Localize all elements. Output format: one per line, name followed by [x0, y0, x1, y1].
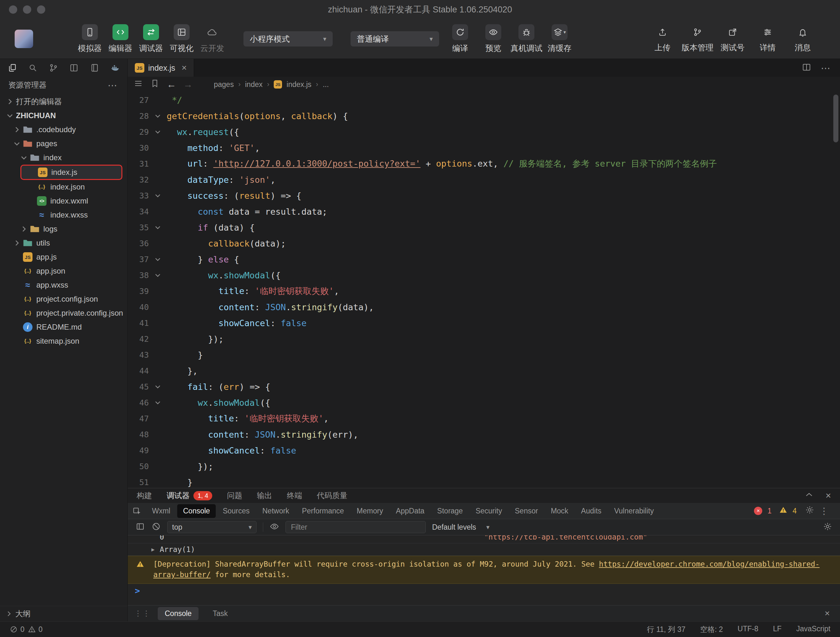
tree-item-project-private-config-json[interactable]: {..}project.private.config.json [0, 306, 128, 320]
code-line-35[interactable]: 35 if (data) { [128, 219, 840, 235]
explorer-more-actions-button[interactable]: ⋯ [108, 80, 118, 91]
mode-dropdown[interactable]: 小程序模式 ▾ [243, 31, 333, 46]
console-prompt[interactable]: > [128, 584, 840, 597]
devtools-tab-sources[interactable]: Sources [217, 504, 255, 518]
forward-button[interactable]: → [183, 80, 193, 89]
collapse-panel-button[interactable] [804, 490, 814, 501]
editor-more-button[interactable]: ⋯ [821, 62, 831, 74]
tree-item-index-json[interactable]: {..}index.json [0, 180, 128, 194]
code-line-46[interactable]: 46 wx.showModal({ [128, 395, 840, 410]
breadcrumb-ellipsis[interactable]: ... [323, 80, 329, 89]
drag-handle-icon[interactable]: ⋮⋮ [134, 609, 151, 618]
status-encoding[interactable]: UTF-8 [738, 624, 758, 634]
fold-icon[interactable] [149, 224, 167, 231]
fold-icon[interactable] [149, 112, 167, 120]
split-editor-button[interactable] [802, 62, 811, 73]
visualization-button[interactable]: 可视化 [166, 24, 197, 54]
fold-icon[interactable] [149, 383, 167, 391]
tree-item-index-wxml[interactable]: <>index.wxml [0, 194, 128, 208]
back-button[interactable]: ← [167, 80, 176, 89]
messages-button[interactable]: 消息 [786, 25, 819, 53]
devtools-tab-memory[interactable]: Memory [351, 504, 389, 518]
panel-tab-代码质量[interactable]: 代码质量 [317, 490, 347, 501]
code-line-34[interactable]: 34 const data = result.data; [128, 203, 840, 219]
close-console-button[interactable]: × [825, 609, 830, 618]
tree-item-app-js[interactable]: JSapp.js [0, 250, 128, 264]
fold-icon[interactable] [149, 399, 167, 407]
devtools-tab-network[interactable]: Network [257, 504, 295, 518]
status-warnings[interactable]: 0 [28, 625, 43, 634]
fold-icon[interactable] [149, 255, 167, 263]
tab-index-js[interactable]: JS index.js × [128, 59, 194, 77]
live-expression-button[interactable] [270, 522, 279, 533]
code-line-27[interactable]: 27 */ [128, 92, 840, 108]
devtools-tab-console[interactable]: Console [177, 504, 215, 518]
code-line-40[interactable]: 40 content: JSON.stringify(data), [128, 299, 840, 315]
panel-tab-问题[interactable]: 问题 [227, 490, 242, 501]
devtools-tab-performance[interactable]: Performance [296, 504, 350, 518]
tree-item-app-wxss[interactable]: ≈app.wxss [0, 278, 128, 292]
user-avatar[interactable] [15, 30, 33, 48]
tree-item-pages[interactable]: pages [0, 137, 128, 151]
devtools-settings-button[interactable] [805, 505, 815, 517]
code-line-49[interactable]: 49 showCancel: false [128, 442, 840, 458]
tree-item-codebuddy[interactable]: .codebuddy [0, 123, 128, 137]
code-line-31[interactable]: 31 url: 'http://127.0.0.1:3000/post-poli… [128, 156, 840, 172]
code-line-43[interactable]: 43 } [128, 347, 840, 363]
compile-button[interactable]: 编译 [444, 24, 477, 54]
test-account-button[interactable]: 测试号 [716, 25, 749, 53]
cloud-dev-button[interactable]: 云开发 [197, 24, 227, 54]
code-line-44[interactable]: 44 }, [128, 363, 840, 379]
panel-tab-构建[interactable]: 构建 [137, 490, 152, 501]
docker-icon[interactable] [110, 62, 120, 73]
tree-item-sitemap-json[interactable]: {..}sitemap.json [0, 334, 128, 348]
code-line-51[interactable]: 51 } [128, 474, 840, 488]
code-line-41[interactable]: 41 showCancel: false [128, 315, 840, 331]
code-line-36[interactable]: 36 callback(data); [128, 235, 840, 251]
code-line-32[interactable]: 32 dataType: 'json', [128, 172, 840, 188]
device-debug-button[interactable]: 真机调试 [510, 24, 543, 54]
editor-scrollbar-thumb[interactable] [833, 95, 838, 142]
clear-cache-button[interactable]: ▾ 清缓存 [543, 24, 576, 54]
console-context-selector[interactable]: top ▾ [167, 521, 257, 533]
code-line-48[interactable]: 48 content: JSON.stringify(err), [128, 426, 840, 442]
code-line-45[interactable]: 45 fail: (err) => { [128, 379, 840, 395]
bottom-tab-console[interactable]: Console [158, 607, 199, 620]
devtools-more-button[interactable]: ⋮ [819, 506, 829, 516]
version-control-button[interactable]: 版本管理 [681, 25, 714, 53]
tree-item-index-wxss[interactable]: ≈index.wxss [0, 208, 128, 222]
search-icon[interactable] [27, 62, 38, 73]
tree-item-open-editors[interactable]: 打开的编辑器 [0, 95, 128, 109]
fold-icon[interactable] [149, 128, 167, 136]
status-eol[interactable]: LF [773, 624, 782, 634]
devtools-tab-wxml[interactable]: Wxml [146, 504, 176, 518]
status-errors[interactable]: 0 [9, 625, 25, 634]
tree-item-index-js[interactable]: JSindex.js [21, 165, 122, 180]
devtools-tab-vulnerability[interactable]: Vulnerability [608, 504, 659, 518]
close-panel-button[interactable]: × [825, 491, 831, 500]
console-log-row[interactable]: 0 "https://tcb-api.tencentcloudapi.com" [128, 535, 840, 543]
code-line-33[interactable]: 33 success: (result) => { [128, 188, 840, 203]
fold-icon[interactable] [149, 192, 167, 199]
code-line-39[interactable]: 39 title: '临时密钥获取失败', [128, 283, 840, 299]
code-line-47[interactable]: 47 title: '临时密钥获取失败', [128, 410, 840, 426]
devtools-tab-mock[interactable]: Mock [545, 504, 574, 518]
devtools-tab-security[interactable]: Security [470, 504, 508, 518]
devtools-tab-audits[interactable]: Audits [575, 504, 607, 518]
source-control-icon[interactable] [48, 62, 59, 73]
inspect-icon[interactable] [132, 506, 142, 516]
bottom-tab-task[interactable]: Task [205, 607, 235, 620]
status-spaces[interactable]: 空格: 2 [700, 624, 723, 634]
tree-item-utils[interactable]: utils [0, 236, 128, 250]
minimize-window-button[interactable] [23, 5, 31, 14]
console-warning-row[interactable]: [Deprecation] SharedArrayBuffer will req… [128, 556, 840, 584]
simulator-button[interactable]: 模拟器 [74, 24, 105, 54]
maximize-window-button[interactable] [37, 5, 45, 14]
code-editor[interactable]: 27 */28getCredentials(options, callback)… [128, 92, 840, 488]
layout-grid-icon[interactable] [68, 62, 79, 73]
editor-button[interactable]: 编辑器 [105, 24, 136, 54]
devtools-tab-appdata[interactable]: AppData [390, 504, 430, 518]
breadcrumb-index[interactable]: index [245, 80, 262, 89]
breadcrumb-pages[interactable]: pages [214, 80, 234, 89]
clear-console-button[interactable] [152, 522, 161, 533]
